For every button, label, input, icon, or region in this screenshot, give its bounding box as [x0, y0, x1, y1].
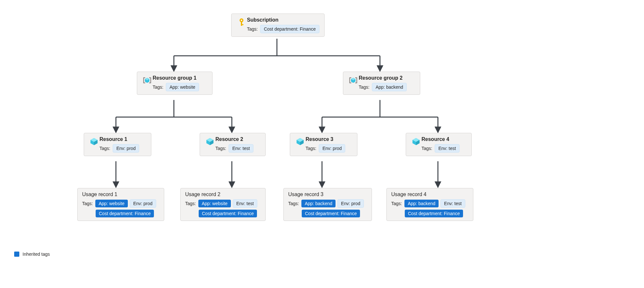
resource-group-2-node: Resource group 2 Tags: App: backend [343, 72, 420, 95]
resource-group-title: Resource group 1 [153, 75, 208, 81]
resource-3-node: Resource 3 Tags: Env: prod [290, 133, 357, 156]
usage-title: Usage record 1 [82, 192, 159, 197]
resource-tag: Env: test [229, 144, 253, 153]
subscription-title: Subscription [247, 17, 320, 23]
legend-label: Inherited tags [23, 252, 50, 257]
key-icon [236, 17, 247, 27]
tags-label: Tags: [288, 201, 299, 206]
resource-title: Resource 3 [306, 136, 353, 142]
resource-group-tag: App: website [166, 83, 199, 91]
svg-rect-3 [241, 24, 243, 25]
resource-tag: Env: prod [113, 144, 139, 153]
usage-record-4-node: Usage record 4 Tags: App: backend Env: t… [386, 188, 473, 221]
resource-4-node: Resource 4 Tags: Env: test [406, 133, 472, 156]
cube-icon [295, 136, 306, 146]
usage-record-2-node: Usage record 2 Tags: App: website Env: t… [180, 188, 266, 221]
cube-icon [89, 136, 99, 146]
tags-label: Tags: [82, 201, 93, 206]
usage-own-tag: Env: test [440, 199, 465, 208]
usage-inherited-tag: Cost department: Finance [199, 210, 257, 217]
usage-inherited-tag: App: backend [301, 200, 336, 207]
resource-title: Resource 4 [421, 136, 467, 142]
tags-label: Tags: [185, 201, 196, 206]
tags-label: Tags: [359, 84, 369, 90]
usage-own-tag: Env: prod [130, 199, 156, 208]
usage-title: Usage record 4 [391, 192, 469, 197]
usage-own-tag: Env: test [233, 199, 257, 208]
svg-point-1 [241, 20, 242, 21]
resource-1-node: Resource 1 Tags: Env: prod [84, 133, 151, 156]
usage-title: Usage record 2 [185, 192, 261, 197]
tags-label: Tags: [99, 146, 110, 151]
resource-group-icon [348, 75, 359, 85]
usage-inherited-tag: App: website [95, 200, 128, 207]
cube-icon [204, 136, 215, 146]
tags-label: Tags: [247, 26, 258, 32]
usage-title: Usage record 3 [288, 192, 367, 197]
tags-label: Tags: [215, 146, 226, 151]
resource-group-1-node: Resource group 1 Tags: App: website [137, 72, 213, 95]
subscription-tag: Cost department: Finance [260, 25, 319, 33]
tags-label: Tags: [421, 146, 432, 151]
usage-record-3-node: Usage record 3 Tags: App: backend Env: p… [283, 188, 372, 221]
svg-rect-2 [241, 22, 242, 26]
legend-swatch-icon [14, 252, 19, 257]
usage-inherited-tag: App: backend [404, 200, 439, 207]
subscription-node: Subscription Tags: Cost department: Fina… [231, 14, 325, 37]
usage-inherited-tag: Cost department: Finance [302, 210, 360, 217]
resource-group-title: Resource group 2 [359, 75, 415, 81]
legend: Inherited tags [14, 252, 50, 257]
tags-label: Tags: [391, 201, 402, 206]
usage-inherited-tag: Cost department: Finance [96, 210, 154, 217]
resource-title: Resource 1 [99, 136, 147, 142]
resource-tag: Env: test [435, 144, 459, 153]
usage-own-tag: Env: prod [337, 199, 364, 208]
resource-group-tag: App: backend [372, 83, 407, 91]
tags-label: Tags: [306, 146, 316, 151]
usage-record-1-node: Usage record 1 Tags: App: website Env: p… [77, 188, 164, 221]
usage-inherited-tag: App: website [198, 200, 231, 207]
tags-label: Tags: [153, 84, 163, 90]
resource-tag: Env: prod [319, 144, 345, 153]
resource-2-node: Resource 2 Tags: Env: test [200, 133, 266, 156]
resource-title: Resource 2 [215, 136, 261, 142]
resource-group-icon [142, 75, 153, 85]
usage-inherited-tag: Cost department: Finance [405, 210, 463, 217]
cube-icon [411, 136, 421, 146]
